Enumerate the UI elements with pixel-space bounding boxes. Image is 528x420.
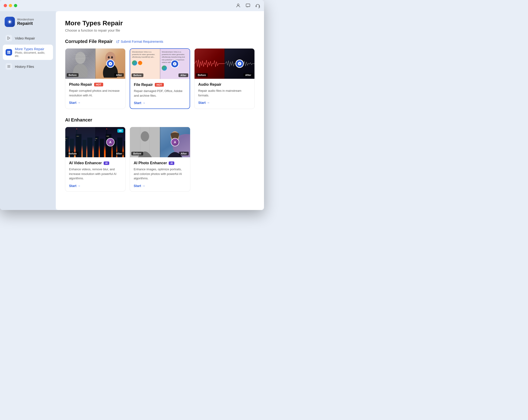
ai-photo-enhancer-card[interactable]: Before [130,127,190,192]
svg-rect-3 [259,6,260,7]
before-label-city: Before [67,152,79,155]
video-repair-content: Video Repair [15,36,35,40]
svg-point-22 [108,56,110,58]
audio-repair-icon-overlay [235,59,244,68]
photo-repair-title: Photo Repair [69,82,92,87]
ai-enhancer-cards: Before [65,127,190,192]
app-body: Wondershare Repairit Video Repair [0,11,264,210]
svg-rect-9 [7,52,9,54]
svg-rect-49 [107,129,107,135]
section-header-ai: AI Enhancer [65,117,255,123]
audio-before: Before [194,48,225,79]
svg-point-60 [141,131,149,141]
corrupted-file-repair-cards: Before [65,48,255,109]
photo-repair-card[interactable]: Before [65,48,125,109]
file-repair-start[interactable]: Start → [134,101,186,105]
account-icon[interactable] [236,3,241,8]
more-types-repair-content: More Types Repair Photo, document, audio… [15,47,50,58]
before-label-file: Before [132,73,143,77]
file-repair-card[interactable]: Wondershare Virbo is a powerful AI video… [130,48,190,109]
corrupted-file-repair-title: Corrupted File Repair [65,39,112,44]
page-title: More Types Repair [65,20,255,27]
audio-repair-start[interactable]: Start → [198,101,251,105]
ai-video-body: AI Video Enhancer AI Enhance videos, rem… [65,157,125,191]
portrait-divider [160,127,160,157]
page-subtitle: Choose a function to repair your file [65,28,255,32]
before-label-audio: Before [196,73,208,77]
city-after: 4K A After [95,127,125,157]
history-files-label: History Files [15,65,34,69]
svg-rect-29 [83,140,86,157]
brand-text: Wondershare Repairit [17,18,34,26]
sidebar-item-more-types-repair[interactable]: More Types Repair Photo, document, audio… [3,45,53,60]
city-before: Before [65,127,95,157]
svg-rect-30 [87,138,93,157]
video-repair-label: Video Repair [15,36,35,40]
svg-rect-33 [76,129,77,135]
audio-repair-title: Audio Repair [198,82,221,87]
svg-rect-38 [77,136,78,137]
corrupted-file-repair-section: Corrupted File Repair Submit Format Requ… [65,39,255,109]
more-types-repair-sub: Photo, document, audio, etc. [15,51,50,58]
svg-rect-36 [66,138,67,139]
file-repair-image: Wondershare Virbo is a powerful AI video… [130,49,190,79]
city-divider [95,127,96,157]
svg-rect-54 [107,136,108,137]
audio-repair-desc: Repair audio files in mainstream formats… [198,89,251,98]
photo-repair-title-row: Photo Repair HOT [69,82,121,87]
titlebar-action-icons [236,3,260,8]
after-label-city: After [114,152,124,155]
audio-divider [225,48,225,79]
minimize-button[interactable] [9,4,12,7]
svg-rect-47 [124,141,125,157]
history-files-content: History Files [15,65,34,69]
more-types-repair-icon [6,49,12,56]
svg-point-0 [237,4,239,6]
svg-rect-35 [65,138,66,139]
section-header-corrupted: Corrupted File Repair Submit Format Requ… [65,39,255,44]
ai-photo-start[interactable]: Start → [134,184,186,188]
ai-photo-logo: A [171,138,179,146]
sidebar-item-video-repair[interactable]: Video Repair [3,33,53,44]
page-header: More Types Repair Choose a function to r… [65,20,255,32]
after-label-photo: After [114,73,124,77]
photo-divider [95,48,96,79]
photo-before: Before [65,48,95,79]
svg-point-23 [111,56,113,58]
svg-rect-43 [100,139,104,157]
file-before: Wondershare Virbo is a powerful AI video… [130,49,160,79]
svg-rect-37 [65,140,66,140]
audio-repair-title-row: Audio Repair [198,82,251,87]
audio-repair-card[interactable]: Before [194,48,255,109]
portrait-after: A After [160,127,190,157]
svg-point-34 [76,128,77,129]
submit-format-link[interactable]: Submit Format Requirements [116,40,163,43]
traffic-lights [4,4,17,7]
after-label-file: After [179,73,188,77]
brand: Wondershare Repairit [3,15,53,32]
file-after: Wondershare Virbo is a powerful AI video… [160,49,190,79]
file-repair-hot-badge: HOT [155,83,164,87]
more-types-repair-label: More Types Repair [15,47,50,51]
ai-video-start[interactable]: Start → [69,184,121,188]
ai-video-desc: Enhance videos, remove blur, and increas… [69,167,121,181]
badge-4k: 4K [117,129,123,133]
ai-enhancer-title: AI Enhancer [65,117,92,123]
support-icon[interactable] [255,3,260,8]
brand-icon [5,17,15,27]
chat-icon[interactable] [245,3,251,8]
svg-line-14 [118,40,119,42]
sidebar-item-history-files[interactable]: History Files [3,61,53,72]
maximize-button[interactable] [14,4,17,7]
audio-after: After [225,48,254,79]
waveform-before [194,57,225,71]
ai-video-enhancer-card[interactable]: Before [65,127,125,192]
svg-rect-55 [108,136,109,137]
svg-rect-1 [246,4,250,7]
submit-format-label: Submit Format Requirements [121,40,163,43]
photo-repair-start[interactable]: Start → [69,101,121,105]
external-link-icon [116,40,120,43]
before-label-portrait: Before [131,152,143,155]
svg-rect-52 [96,138,97,139]
close-button[interactable] [4,4,7,7]
